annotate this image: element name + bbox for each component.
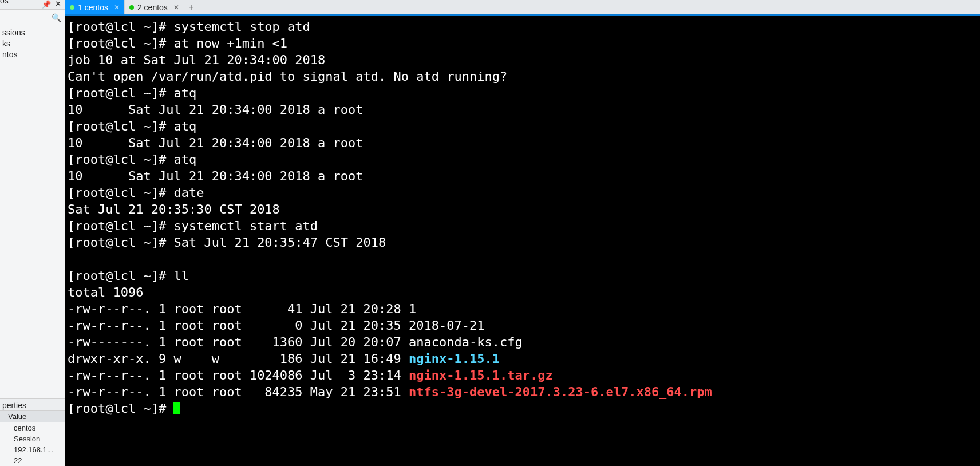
terminal-line: -rw-r--r--. 1 root root 1024086 Jul 3 23… [68,367,980,384]
terminal-line: -rw-------. 1 root root 1360 Jul 20 20:0… [68,334,980,350]
properties-column-header: Value [0,411,65,422]
tab-close-icon[interactable]: ✕ [173,3,179,11]
terminal-line: Sat Jul 21 20:35:30 CST 2018 [68,201,980,218]
right-area: 1 centos✕2 centos✕+ [root@lcl ~]# system… [65,0,980,466]
terminal-line: [root@lcl ~]# Sat Jul 21 20:35:47 CST 20… [68,234,980,251]
left-panel-header: os 📌 ✕ [0,0,65,10]
status-dot-icon [129,5,134,10]
ls-meta: -rw-r--r--. 1 root root 1024086 Jul 3 23… [68,368,409,382]
property-row: 22 [0,455,65,466]
tab-add-button[interactable]: + [184,0,198,14]
terminal-line: 10 Sat Jul 21 20:34:00 2018 a root [68,101,980,118]
ls-filename: nginx-1.15.1.tar.gz [409,368,553,382]
ls-filename: 1 [409,302,416,316]
terminal-line: 10 Sat Jul 21 20:34:00 2018 a root [68,168,980,184]
terminal-line: [root@lcl ~]# at now +1min <1 [68,35,980,52]
terminal-line: drwxr-xr-x. 9 w w 186 Jul 21 16:49 nginx… [68,350,980,367]
left-panel: os 📌 ✕ 🔍 ssionsksntos perties Value cent… [0,0,65,466]
left-search-row: 🔍 [0,10,65,26]
search-icon[interactable]: 🔍 [52,13,61,22]
properties-header: perties [0,398,65,411]
terminal-line: [root@lcl ~]# ll [68,267,980,284]
tab[interactable]: 2 centos✕ [125,0,184,14]
ls-meta: -rw-r--r--. 1 root root 41 Jul 21 20:28 [68,302,409,316]
tab-label: 2 centos [137,3,168,12]
sidebar-item[interactable]: ssions [0,27,65,38]
terminal-line: [root@lcl ~]# [68,400,980,417]
terminal-line: job 10 at Sat Jul 21 20:34:00 2018 [68,52,980,68]
terminal-line: -rw-r--r--. 1 root root 41 Jul 21 20:28 … [68,301,980,317]
terminal-line: 10 Sat Jul 21 20:34:00 2018 a root [68,135,980,151]
terminal-line: [root@lcl ~]# atq [68,151,980,168]
terminal-line: total 1096 [68,284,980,301]
tab-strip: 1 centos✕2 centos✕+ [65,0,980,16]
prompt: [root@lcl ~]# [68,401,173,416]
tab-label: 1 centos [78,3,108,12]
terminal-line: -rw-r--r--. 1 root root 84235 May 21 23:… [68,384,980,400]
ls-filename: 2018-07-21 [409,318,484,333]
pin-icon[interactable]: 📌 [42,0,51,9]
ls-filename: anaconda-ks.cfg [409,335,523,349]
app-root: os 📌 ✕ 🔍 ssionsksntos perties Value cent… [0,0,980,466]
left-panel-title-fragment: os [0,0,9,5]
terminal-line: [root@lcl ~]# atq [68,118,980,135]
ls-meta: drwxr-xr-x. 9 w w 186 Jul 21 16:49 [68,352,409,366]
ls-meta: -rw-r--r--. 1 root root 84235 May 21 23:… [68,385,409,399]
property-row: 192.168.1... [0,444,65,455]
ls-filename: ntfs-3g-devel-2017.3.23-6.el7.x86_64.rpm [409,385,712,399]
ls-meta: -rw-------. 1 root root 1360 Jul 20 20:0… [68,335,409,349]
left-panel-body: 🔍 ssionsksntos perties Value centosSessi… [0,10,65,466]
sidebar-item[interactable]: ks [0,38,65,49]
property-row: Session [0,433,65,444]
left-spacer [0,60,65,398]
sidebar-item[interactable]: ntos [0,49,65,60]
tab-close-icon[interactable]: ✕ [114,3,120,11]
ls-meta: -rw-r--r--. 1 root root 0 Jul 21 20:35 [68,318,409,333]
cursor [173,402,180,414]
ls-filename: nginx-1.15.1 [409,352,500,366]
terminal-line: [root@lcl ~]# atq [68,85,980,101]
tab[interactable]: 1 centos✕ [65,0,125,14]
sidebar-items: ssionsksntos [0,26,65,60]
terminal-line: -rw-r--r--. 1 root root 0 Jul 21 20:35 2… [68,317,980,334]
terminal-line: [root@lcl ~]# date [68,184,980,201]
terminal-line: Can't open /var/run/atd.pid to signal at… [68,68,980,85]
status-dot-icon [70,5,74,10]
close-icon[interactable]: ✕ [55,0,61,8]
property-row: centos [0,422,65,433]
terminal-line: [root@lcl ~]# systemctl start atd [68,218,980,234]
terminal-line: [root@lcl ~]# systemctl stop atd [68,18,980,35]
terminal-line [68,251,980,267]
properties-rows: centosSession192.168.1...22 [0,422,65,466]
terminal[interactable]: [root@lcl ~]# systemctl stop atd[root@lc… [65,16,980,466]
